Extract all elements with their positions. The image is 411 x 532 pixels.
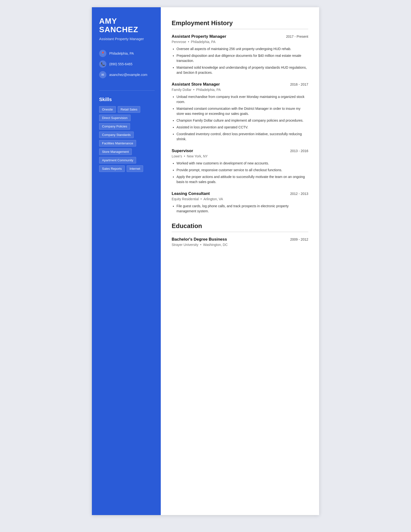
main-content: Employment History Assistant Property Ma… — [161, 7, 319, 515]
skill-tag: Apartment Community — [99, 157, 136, 163]
skills-tags: OnesiteRetail SalesDirect SupervisionCom… — [99, 106, 155, 172]
skill-tag: Store Management — [99, 149, 132, 155]
job-dates: 2013 - 2016 — [290, 149, 308, 153]
meta-dot: • — [184, 154, 185, 158]
job-block: Leasing Consultant 2012 - 2013 Equity Re… — [172, 191, 308, 214]
employment-divider — [172, 29, 308, 29]
skill-tag: Company Policies — [99, 123, 130, 130]
bullet-item: Assisted in loss prevention and operated… — [177, 125, 308, 130]
bullet-item: Champion Family Dollar culture and imple… — [177, 118, 308, 123]
skill-tag: Direct Supervision — [99, 115, 131, 121]
edu-dot: • — [200, 243, 201, 247]
job-header: Assistant Store Manager 2016 - 2017 — [172, 82, 308, 87]
job-meta: Lowe's • New York, NY — [172, 154, 308, 158]
contact-item-location: 📍 Philadelphia, PA — [99, 50, 155, 57]
job-header: Supervisor 2013 - 2016 — [172, 149, 308, 153]
job-title: Assistant Property Manager — [172, 34, 226, 39]
job-location: Philadelphia, PA — [196, 88, 221, 92]
bullet-item: Provide prompt, responsive customer serv… — [177, 168, 308, 173]
job-meta: Pennrose • Philadelphia, PA — [172, 40, 308, 44]
email-value: asanchez@example.com — [109, 73, 147, 77]
job-block: Assistant Store Manager 2016 - 2017 Fami… — [172, 82, 308, 142]
education-section: Education Bachelor's Degree Business 200… — [172, 222, 308, 247]
education-container: Bachelor's Degree Business 2009 - 2012 S… — [172, 237, 308, 247]
edu-dates: 2009 - 2012 — [290, 238, 308, 241]
meta-dot: • — [193, 87, 195, 92]
contact-item-email: ✉ asanchez@example.com — [99, 71, 155, 78]
bullet-item: Maintained constant communication with t… — [177, 106, 308, 116]
skill-tag: Onesite — [99, 106, 116, 113]
skill-tag: Facilities Maintenance — [99, 140, 136, 147]
location-icon: 📍 — [99, 50, 106, 57]
resume-container: AMY SANCHEZ Assistant Property Manager 📍… — [92, 7, 319, 515]
job-title: Leasing Consultant — [172, 191, 210, 196]
job-header: Assistant Property Manager 2017 - Presen… — [172, 34, 308, 39]
job-block: Supervisor 2013 - 2016 Lowe's • New York… — [172, 149, 308, 184]
job-location: Arlington, VA — [204, 197, 223, 201]
bullet-item: Prepared disposition and due diligence d… — [177, 53, 308, 63]
job-company: Lowe's — [172, 154, 182, 158]
job-bullets: Worked with new customers in development… — [172, 161, 308, 184]
meta-dot: • — [200, 197, 202, 201]
employment-heading: Employment History — [172, 19, 308, 27]
education-divider — [172, 232, 308, 232]
job-bullets: Unload merchandise from company truck ev… — [172, 94, 308, 142]
edu-institution: Strayer University — [172, 243, 198, 247]
bullet-item: Maintained solid knowledge and understan… — [177, 65, 308, 75]
bullet-item: Apply the proper actions and attitude to… — [177, 174, 308, 184]
education-heading: Education — [172, 222, 308, 230]
candidate-name: AMY SANCHEZ — [99, 17, 155, 34]
sidebar-divider — [99, 90, 155, 91]
edu-meta: Strayer University • Washington, DC — [172, 243, 308, 247]
job-dates: 2012 - 2013 — [290, 192, 308, 196]
contact-item-phone: 📞 (890) 555-6465 — [99, 60, 155, 68]
email-icon: ✉ — [99, 71, 106, 78]
bullet-item: Unload merchandise from company truck ev… — [177, 94, 308, 104]
edu-location: Washington, DC — [203, 243, 227, 247]
job-meta: Family Dollar • Philadelphia, PA — [172, 87, 308, 92]
job-dates: 2017 - Present — [286, 35, 308, 38]
meta-dot: • — [188, 40, 189, 44]
job-bullets: Oversee all aspects of maintaining 256 u… — [172, 47, 308, 75]
location-value: Philadelphia, PA — [109, 51, 134, 55]
candidate-title: Assistant Property Manager — [99, 36, 155, 41]
bullet-item: File guest cards, log phone calls, and t… — [177, 204, 308, 214]
edu-degree: Bachelor's Degree Business — [172, 237, 227, 242]
skill-tag: Retail Sales — [118, 106, 140, 113]
skill-tag: Sales Reports — [99, 165, 125, 172]
job-title: Assistant Store Manager — [172, 82, 220, 87]
skills-heading: Skills — [99, 97, 155, 102]
phone-icon: 📞 — [99, 60, 106, 68]
job-block: Assistant Property Manager 2017 - Presen… — [172, 34, 308, 75]
bullet-item: Oversee all aspects of maintaining 256 u… — [177, 47, 308, 51]
edu-header: Bachelor's Degree Business 2009 - 2012 — [172, 237, 308, 242]
phone-value: (890) 555-6465 — [109, 62, 132, 66]
skill-tag: Internet — [127, 165, 143, 172]
job-company: Equity Residential — [172, 197, 199, 201]
job-company: Family Dollar — [172, 88, 191, 92]
sidebar: AMY SANCHEZ Assistant Property Manager 📍… — [92, 7, 161, 515]
job-company: Pennrose — [172, 40, 186, 44]
bullet-item: Coordinated inventory control, direct lo… — [177, 132, 308, 142]
job-location: Philadelphia, PA — [191, 40, 216, 44]
job-bullets: File guest cards, log phone calls, and t… — [172, 204, 308, 214]
job-header: Leasing Consultant 2012 - 2013 — [172, 191, 308, 196]
skill-tag: Company Standards — [99, 132, 134, 138]
bullet-item: Worked with new customers in development… — [177, 161, 308, 166]
job-meta: Equity Residential • Arlington, VA — [172, 197, 308, 201]
contact-section: 📍 Philadelphia, PA 📞 (890) 555-6465 ✉ as… — [99, 50, 155, 78]
job-dates: 2016 - 2017 — [290, 83, 308, 86]
job-location: New York, NY — [187, 154, 208, 158]
edu-block: Bachelor's Degree Business 2009 - 2012 S… — [172, 237, 308, 247]
jobs-container: Assistant Property Manager 2017 - Presen… — [172, 34, 308, 214]
job-title: Supervisor — [172, 149, 193, 153]
